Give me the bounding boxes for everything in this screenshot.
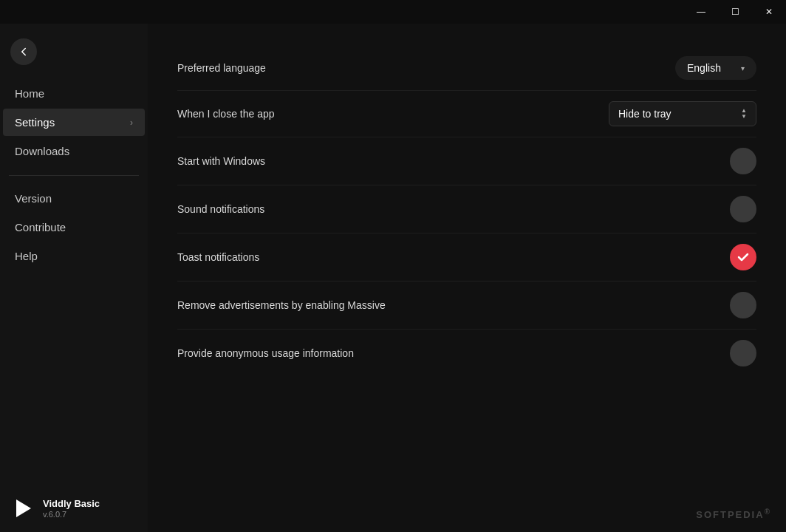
toggle-button-sound-notifications[interactable]	[730, 196, 756, 222]
toggles-container: Start with WindowsSound notificationsToa…	[177, 137, 756, 377]
spinner-arrows-icon: ▲ ▼	[741, 108, 747, 120]
app-version: v.6.0.7	[43, 510, 100, 519]
toggle-label-anonymous-usage: Provide anonymous usage information	[177, 347, 354, 359]
softpedia-watermark: SOFTPEDIA®	[696, 508, 771, 520]
language-row: Preferred language English ▾	[177, 46, 756, 91]
title-bar-controls: — ☐ ✕	[684, 0, 786, 24]
toggle-row-anonymous-usage: Provide anonymous usage information	[177, 330, 756, 377]
sidebar-nav: Home Settings › Downloads Version Contri…	[0, 80, 148, 271]
chevron-right-icon: ›	[130, 117, 133, 128]
toggle-row-remove-advertisements: Remove advertisements by enabling Massiv…	[177, 282, 756, 330]
sidebar-item-home-label: Home	[15, 87, 44, 100]
title-bar: — ☐ ✕	[0, 0, 786, 24]
toggle-button-toast-notifications[interactable]	[730, 244, 756, 270]
sidebar-item-settings[interactable]: Settings ›	[3, 109, 145, 136]
sidebar-item-downloads-label: Downloads	[15, 145, 69, 157]
sidebar-item-help-label: Help	[15, 250, 38, 262]
sidebar-item-version-label: Version	[15, 192, 52, 205]
toggle-label-sound-notifications: Sound notifications	[177, 203, 264, 215]
maximize-button[interactable]: ☐	[718, 0, 752, 24]
sidebar: Home Settings › Downloads Version Contri…	[0, 24, 148, 532]
sidebar-item-version[interactable]: Version	[3, 185, 145, 212]
app-name: Viddly Basic	[43, 498, 100, 510]
toggle-label-toast-notifications: Toast notifications	[177, 251, 259, 263]
close-behavior-dropdown[interactable]: Hide to tray ▲ ▼	[609, 101, 756, 126]
app-info: Viddly Basic v.6.0.7	[43, 498, 100, 519]
close-behavior-label: When I close the app	[177, 108, 275, 120]
minimize-button[interactable]: —	[684, 0, 718, 24]
sidebar-item-contribute-label: Contribute	[15, 221, 66, 233]
back-button[interactable]	[10, 38, 37, 65]
language-dropdown[interactable]: English ▾	[675, 56, 756, 80]
app-icon	[12, 497, 35, 520]
sidebar-item-contribute[interactable]: Contribute	[3, 214, 145, 241]
sidebar-bottom: Viddly Basic v.6.0.7	[0, 485, 148, 532]
toggle-button-start-with-windows[interactable]	[730, 148, 756, 174]
sidebar-item-downloads[interactable]: Downloads	[3, 137, 145, 165]
close-behavior-row: When I close the app Hide to tray ▲ ▼	[177, 91, 756, 137]
sidebar-item-settings-label: Settings	[15, 116, 55, 129]
main-content: Preferred language English ▾ When I clos…	[148, 24, 786, 532]
toggle-row-sound-notifications: Sound notifications	[177, 185, 756, 233]
close-behavior-value: Hide to tray	[618, 108, 671, 120]
language-label: Preferred language	[177, 62, 266, 74]
sidebar-divider	[9, 175, 139, 176]
toggle-row-start-with-windows: Start with Windows	[177, 137, 756, 185]
dropdown-arrow-icon: ▾	[741, 64, 745, 72]
app-container: Home Settings › Downloads Version Contri…	[0, 24, 786, 532]
toggle-row-toast-notifications: Toast notifications	[177, 233, 756, 282]
toggle-button-anonymous-usage[interactable]	[730, 340, 756, 366]
sidebar-item-help[interactable]: Help	[3, 242, 145, 270]
svg-marker-0	[16, 499, 31, 517]
toggle-label-remove-advertisements: Remove advertisements by enabling Massiv…	[177, 299, 386, 311]
toggle-label-start-with-windows: Start with Windows	[177, 155, 265, 167]
close-button[interactable]: ✕	[752, 0, 786, 24]
toggle-button-remove-advertisements[interactable]	[730, 292, 756, 318]
sidebar-item-home[interactable]: Home	[3, 80, 145, 107]
language-value: English	[687, 62, 721, 74]
